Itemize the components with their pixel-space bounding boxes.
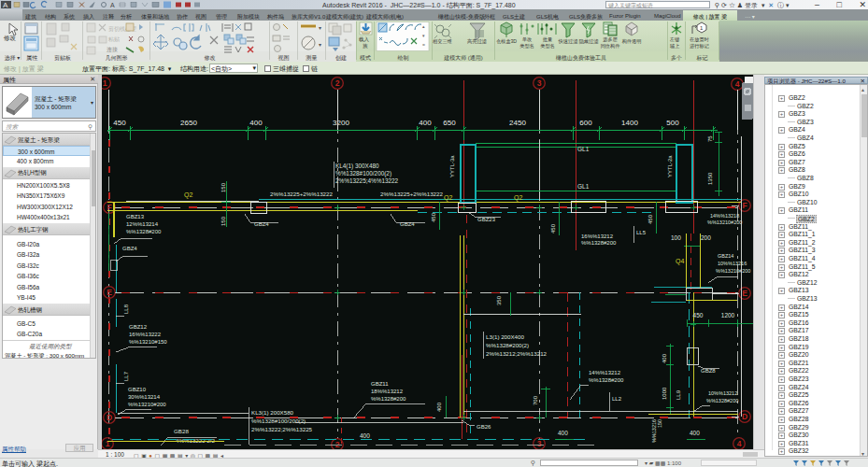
svg-text:GBZ13: GBZ13	[126, 214, 145, 219]
svg-text:快速过滤: 快速过滤	[558, 38, 579, 45]
svg-text:仓模盒3D: 仓模盒3D	[496, 38, 517, 44]
svg-text:2: 2	[335, 78, 340, 88]
svg-text:GB26: GB26	[477, 424, 491, 430]
svg-text:YYTL-3a: YYTL-3a	[449, 155, 455, 177]
svg-text:400: 400	[249, 119, 263, 127]
svg-text:隐藏过滤: 隐藏过滤	[579, 38, 600, 45]
svg-text:GB28: GB28	[174, 428, 189, 434]
svg-text:4: 4	[735, 79, 740, 89]
svg-text:E: E	[742, 289, 747, 298]
svg-text:Q4: Q4	[676, 258, 684, 265]
svg-text:类型名: 类型名	[519, 43, 534, 50]
svg-text:150: 150	[221, 182, 226, 192]
svg-text:GBZ11: GBZ11	[371, 381, 389, 387]
svg-text:GBZ23: GBZ23	[477, 217, 496, 222]
svg-text:辅上: 辅上	[670, 43, 679, 50]
svg-text:%%1328#200: %%1328#200	[706, 398, 738, 403]
svg-text:Q2: Q2	[184, 191, 192, 199]
svg-text:2450: 2450	[509, 119, 526, 127]
svg-text:单改: 单改	[522, 36, 532, 42]
svg-text:KL3(1) 200X580: KL3(1) 200X580	[251, 409, 294, 416]
svg-text:L3(1) 200X400: L3(1) 200X400	[486, 333, 524, 340]
svg-text:E: E	[107, 288, 112, 297]
svg-text:2%%13225+2%%13222: 2%%13225+2%%13222	[270, 191, 333, 197]
svg-text:LL2: LL2	[612, 396, 622, 402]
svg-text:1000: 1000	[662, 387, 667, 400]
svg-text:16%%13212: 16%%13212	[581, 234, 614, 239]
svg-text:▾: ▾	[319, 42, 321, 48]
svg-text:1: 1	[103, 78, 107, 88]
svg-text:D: D	[742, 412, 747, 421]
svg-text:150: 150	[657, 419, 662, 428]
svg-text:3200: 3200	[333, 119, 349, 127]
svg-text:75: 75	[707, 135, 713, 142]
svg-text:4%%13222 2/2: 4%%13222 2/2	[176, 437, 216, 444]
svg-text:500: 500	[666, 119, 679, 127]
svg-text:16%%13222: 16%%13222	[129, 332, 162, 337]
svg-text:10%%13216: 10%%13216	[718, 261, 747, 266]
svg-text:GBZ8: GBZ8	[701, 368, 716, 374]
svg-text:600: 600	[579, 119, 592, 127]
svg-text:%%1328#100/200(2): %%1328#100/200(2)	[251, 417, 306, 424]
svg-text:载入: 载入	[359, 36, 370, 42]
svg-text:GBZ4: GBZ4	[122, 246, 137, 251]
svg-text:%%1328#200: %%1328#200	[126, 229, 162, 234]
svg-text:400: 400	[690, 430, 700, 436]
svg-text:1400: 1400	[621, 119, 638, 127]
svg-text:400: 400	[360, 432, 370, 439]
svg-text:同位构件: 同位构件	[601, 43, 621, 50]
svg-text:450: 450	[550, 223, 556, 234]
svg-text:%%13216: %%13216	[651, 419, 657, 443]
svg-text:修改: 修改	[4, 35, 17, 41]
svg-text:12%%13214: 12%%13214	[126, 221, 159, 227]
svg-text:18%%13212: 18%%13212	[371, 389, 404, 394]
svg-text:14%%13212: 14%%13212	[589, 370, 621, 375]
svg-text:1350: 1350	[707, 172, 713, 185]
svg-text:3: 3	[537, 439, 542, 448]
svg-text:650: 650	[443, 119, 456, 127]
svg-text:14%%13218: 14%%13218	[710, 213, 739, 219]
svg-text:LL5: LL5	[636, 230, 647, 235]
svg-text:GL1: GL1	[577, 146, 590, 152]
svg-text:200: 200	[701, 234, 711, 241]
svg-text:350: 350	[496, 295, 502, 305]
svg-text:10%%13212: 10%%13212	[708, 390, 737, 396]
svg-text:400: 400	[662, 353, 667, 363]
svg-text:▾: ▾	[319, 25, 321, 31]
svg-text:粘贴: 粘贴	[108, 36, 120, 43]
svg-text:%%13210#150: %%13210#150	[129, 339, 167, 345]
svg-text:450: 450	[693, 312, 704, 318]
svg-text:%%13210#200: %%13210#200	[707, 219, 742, 225]
svg-text:F: F	[742, 201, 747, 210]
svg-text:150: 150	[221, 216, 226, 226]
svg-text:LL8: LL8	[123, 304, 129, 314]
svg-text:相交三维: 相交三维	[433, 38, 452, 45]
svg-text:2%%13225;4%%13222: 2%%13225;4%%13222	[335, 177, 399, 184]
svg-text:高亮过滤: 高亮过滤	[467, 38, 488, 45]
svg-text:400: 400	[436, 402, 442, 412]
svg-text:2%%13225+2%%13222: 2%%13225+2%%13222	[380, 191, 443, 197]
svg-text:100: 100	[671, 234, 681, 241]
svg-text:构件透明: 构件透明	[621, 38, 642, 45]
svg-text:A: A	[3, 1, 8, 9]
svg-text:Q2: Q2	[444, 194, 452, 202]
svg-text:2650: 2650	[180, 119, 197, 127]
svg-text:%%1328#100/200(2): %%1328#100/200(2)	[335, 170, 391, 177]
svg-text:%%13210#200: %%13210#200	[716, 268, 750, 274]
svg-text:%%1328#200(2): %%1328#200(2)	[486, 342, 529, 348]
svg-text:1200: 1200	[721, 312, 735, 318]
svg-text:Q2: Q2	[514, 194, 522, 202]
svg-text:=: =	[422, 42, 425, 48]
svg-text:LL7: LL7	[123, 371, 129, 381]
svg-text:700: 700	[533, 395, 538, 405]
svg-text:族: 族	[363, 43, 368, 49]
svg-text:30%%13214: 30%%13214	[128, 394, 161, 400]
svg-text:GBZ10: GBZ10	[128, 387, 147, 392]
svg-text:类型名: 类型名	[540, 43, 555, 50]
svg-text:450: 450	[647, 214, 653, 224]
svg-text:%%13210#200: %%13210#200	[128, 402, 166, 407]
svg-text:GBZ14: GBZ14	[718, 253, 733, 259]
svg-text:%%1328#200: %%1328#200	[371, 396, 406, 402]
svg-text:450: 450	[113, 119, 126, 127]
svg-text:YYTL-2a: YYTL-2a	[667, 155, 673, 177]
